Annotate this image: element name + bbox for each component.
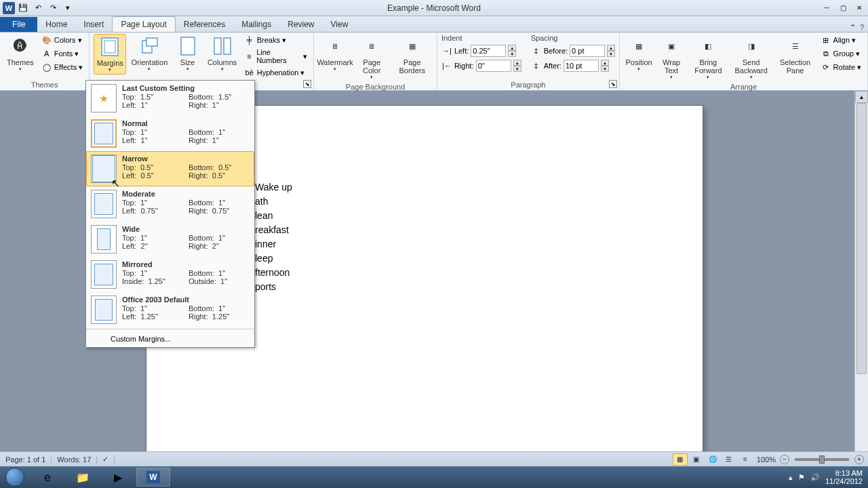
- send-backward-icon: ◨: [741, 35, 762, 57]
- status-page[interactable]: Page: 1 of 1: [0, 455, 52, 464]
- group-themes: 🅐 Themes▾ 🎨Colors ▾ AFonts ▾ ◯Effects ▾ …: [0, 33, 90, 90]
- undo-button[interactable]: ↶: [31, 1, 45, 15]
- tab-file[interactable]: File: [0, 17, 37, 32]
- tab-view[interactable]: View: [323, 17, 357, 32]
- margin-option-office-2003-default[interactable]: Office 2003 DefaultTop: 1"Bottom: 1"Left…: [86, 292, 254, 327]
- maximize-button[interactable]: ▢: [835, 2, 850, 14]
- bring-forward-button[interactable]: ◧Bring Forward▾: [689, 34, 727, 81]
- effects-button[interactable]: ◯Effects ▾: [39, 61, 85, 73]
- bring-forward-icon: ◧: [697, 35, 719, 57]
- columns-icon: [213, 37, 232, 56]
- view-full-screen[interactable]: ▣: [689, 453, 704, 466]
- orientation-button[interactable]: Orientation▾: [129, 34, 170, 73]
- tray-flag-icon[interactable]: ⚑: [798, 473, 805, 482]
- spin-up[interactable]: ▲: [513, 60, 521, 66]
- title-bar: W 💾 ↶ ↷ ▾ Example - Microsoft Word ─ ▢ ✕: [0, 0, 868, 16]
- spin-down[interactable]: ▼: [607, 51, 615, 57]
- spacing-after-icon: ‡: [531, 60, 542, 71]
- page-setup-launcher[interactable]: ⬊: [303, 80, 311, 88]
- star-icon: ★: [99, 92, 108, 105]
- start-button[interactable]: [0, 466, 30, 488]
- margin-option-narrow[interactable]: NarrowTop: 0.5"Bottom: 0.5"Left: 0.5"Rig…: [86, 151, 254, 186]
- tray-speaker-icon[interactable]: 🔊: [810, 473, 820, 482]
- minimize-button[interactable]: ─: [819, 2, 834, 14]
- hyphenation-button[interactable]: bēHyphenation ▾: [242, 66, 310, 79]
- selection-pane-button[interactable]: ☰Selection Pane: [775, 34, 816, 76]
- spacing-after-input[interactable]: 10 pt: [564, 60, 599, 72]
- fonts-button[interactable]: AFonts ▾: [39, 47, 85, 60]
- zoom-out-button[interactable]: −: [780, 455, 789, 464]
- document-text[interactable]: Wake upathleanreakfastinnerleepfternoonp…: [255, 180, 594, 294]
- tray-show-hidden-icon[interactable]: ▴: [789, 473, 793, 482]
- view-draft[interactable]: ≡: [738, 453, 753, 466]
- taskbar-word[interactable]: W: [136, 468, 170, 487]
- align-button[interactable]: ⊞Align ▾: [818, 34, 863, 46]
- spin-down[interactable]: ▼: [601, 66, 609, 72]
- help-icon[interactable]: ?: [860, 23, 864, 32]
- indent-left-input[interactable]: 0.25": [471, 45, 506, 57]
- status-proofing-icon[interactable]: ✓: [97, 455, 115, 464]
- margin-option-last-custom-setting[interactable]: ★Last Custom SettingTop: 1.5"Bottom: 1.5…: [86, 81, 254, 116]
- minimize-ribbon-icon[interactable]: ⌃: [850, 23, 856, 32]
- custom-margins-button[interactable]: Custom Margins...: [86, 331, 254, 347]
- tray-clock[interactable]: 8:13 AM 11/24/2012: [825, 469, 863, 485]
- position-button[interactable]: ▦Position▾: [624, 34, 654, 73]
- zoom-level[interactable]: 100%: [757, 455, 776, 464]
- zoom-slider[interactable]: [795, 458, 849, 461]
- page-color-button[interactable]: 🗎Page Color▾: [355, 34, 389, 81]
- margins-button[interactable]: Margins▾: [94, 34, 126, 75]
- spin-down[interactable]: ▼: [513, 66, 521, 72]
- breaks-button[interactable]: ╪Breaks ▾: [242, 34, 310, 46]
- margin-option-wide[interactable]: WideTop: 1"Bottom: 1"Left: 2"Right: 2": [86, 222, 254, 257]
- svg-rect-3: [146, 38, 157, 46]
- view-web[interactable]: 🌐: [705, 453, 720, 466]
- spin-up[interactable]: ▲: [607, 45, 615, 51]
- vertical-scrollbar[interactable]: ▲ ▼: [854, 91, 868, 466]
- indent-right-input[interactable]: 0": [476, 60, 511, 72]
- taskbar-media-player[interactable]: ▶: [101, 468, 135, 487]
- windows-logo-icon: [5, 468, 24, 487]
- scroll-thumb[interactable]: [856, 103, 867, 374]
- spin-up[interactable]: ▲: [601, 60, 609, 66]
- size-button[interactable]: Size▾: [173, 34, 203, 73]
- close-button[interactable]: ✕: [852, 2, 867, 14]
- view-print-layout[interactable]: ▦: [673, 453, 688, 466]
- tab-page-layout[interactable]: Page Layout: [112, 16, 175, 32]
- margin-option-normal[interactable]: NormalTop: 1"Bottom: 1"Left: 1"Right: 1": [86, 116, 254, 151]
- zoom-in-button[interactable]: +: [854, 455, 864, 464]
- page-borders-button[interactable]: ▦Page Borders: [392, 34, 433, 76]
- spacing-before-input[interactable]: 0 pt: [570, 45, 605, 57]
- word-app-icon[interactable]: W: [3, 2, 15, 14]
- status-words[interactable]: Words: 17: [52, 455, 97, 464]
- send-backward-button[interactable]: ◨Send Backward▾: [730, 34, 772, 81]
- tab-home[interactable]: Home: [37, 17, 75, 32]
- watermark-button[interactable]: 🗎Watermark▾: [318, 34, 351, 73]
- tab-references[interactable]: References: [176, 17, 233, 32]
- line-numbers-button[interactable]: ≡Line Numbers ▾: [242, 47, 310, 65]
- svg-rect-6: [224, 38, 231, 54]
- group-button[interactable]: ⧉Group ▾: [818, 47, 863, 60]
- qat-customize[interactable]: ▾: [61, 1, 75, 15]
- margin-option-mirrored[interactable]: MirroredTop: 1"Bottom: 1"Inside: 1.25"Ou…: [86, 257, 254, 292]
- tab-review[interactable]: Review: [279, 17, 322, 32]
- tab-mailings[interactable]: Mailings: [233, 17, 279, 32]
- spin-up[interactable]: ▲: [508, 45, 516, 51]
- indent-left-icon: →|: [441, 45, 452, 56]
- rotate-button[interactable]: ⟳Rotate ▾: [818, 61, 863, 73]
- redo-button[interactable]: ↷: [46, 1, 60, 15]
- columns-button[interactable]: Columns▾: [205, 34, 239, 73]
- margin-option-moderate[interactable]: ModerateTop: 1"Bottom: 1"Left: 0.75"Righ…: [86, 186, 254, 222]
- scroll-up-button[interactable]: ▲: [855, 91, 868, 103]
- wrap-text-button[interactable]: ▣Wrap Text▾: [656, 34, 686, 81]
- save-button[interactable]: 💾: [16, 1, 30, 15]
- spin-down[interactable]: ▼: [508, 51, 516, 57]
- view-outline[interactable]: ☰: [722, 453, 736, 466]
- taskbar-ie[interactable]: ｅ: [31, 468, 64, 487]
- tab-insert[interactable]: Insert: [75, 17, 112, 32]
- colors-button[interactable]: 🎨Colors ▾: [39, 34, 85, 46]
- window-title: Example - Microsoft Word: [387, 3, 481, 13]
- spacing-before-icon: ‡: [531, 45, 542, 56]
- taskbar-explorer[interactable]: 📁: [66, 468, 100, 487]
- paragraph-launcher[interactable]: ⬊: [609, 80, 617, 88]
- themes-button[interactable]: 🅐 Themes▾: [4, 34, 37, 73]
